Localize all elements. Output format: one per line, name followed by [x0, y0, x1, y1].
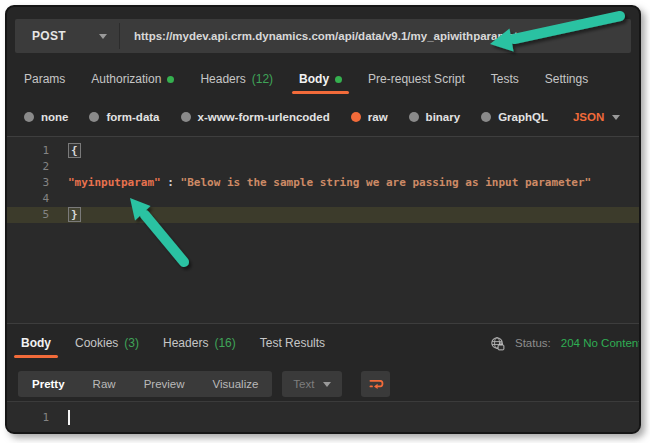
radio-selected-icon [351, 112, 361, 122]
response-tab-test-results[interactable]: Test Results [260, 336, 325, 350]
tab-body[interactable]: Body [299, 72, 342, 86]
radio-icon [181, 112, 191, 122]
body-type-form-data[interactable]: form-data [89, 111, 159, 123]
green-dot-icon [167, 76, 174, 83]
wrap-text-icon [368, 376, 384, 392]
editor-line-2: 2 [7, 159, 639, 175]
json-key: "myinputparam" [68, 176, 161, 189]
request-bar: POST https://mydev.api.crm.dynamics.com/… [15, 19, 631, 53]
postman-window: POST https://mydev.api.crm.dynamics.com/… [5, 5, 641, 434]
view-tab-group: Pretty Raw Preview Visualize [18, 371, 272, 397]
url-text: https://mydev.api.crm.dynamics.com/api/d… [134, 30, 529, 42]
method-dropdown[interactable]: POST [15, 19, 119, 53]
view-tab-pretty[interactable]: Pretty [18, 371, 79, 397]
raw-format-dropdown[interactable]: JSON [573, 111, 620, 123]
radio-icon [89, 112, 99, 122]
editor-line-4: 4 [7, 191, 639, 207]
active-tab-underline [14, 355, 58, 358]
tab-tests[interactable]: Tests [491, 72, 519, 86]
open-brace: { [68, 143, 81, 158]
body-type-x-www-form-urlencoded[interactable]: x-www-form-urlencoded [181, 111, 330, 123]
tab-headers[interactable]: Headers (12) [200, 72, 273, 86]
body-type-raw[interactable]: raw [351, 111, 388, 123]
tab-settings[interactable]: Settings [545, 72, 588, 86]
response-tab-body[interactable]: Body [21, 336, 51, 350]
headers-count: (12) [252, 72, 273, 86]
close-brace: } [68, 207, 81, 222]
globe-lock-icon [490, 336, 505, 351]
chevron-down-icon [99, 34, 107, 39]
tab-pre-request-script[interactable]: Pre-request Script [368, 72, 465, 86]
body-type-graphql[interactable]: GraphQL [481, 111, 548, 123]
response-tab-cookies[interactable]: Cookies (3) [75, 336, 139, 350]
radio-icon [24, 112, 34, 122]
response-line-1: 1 [7, 409, 639, 426]
json-value: "Below is the sample string we are passi… [181, 176, 592, 189]
body-type-none[interactable]: none [24, 111, 68, 123]
tab-authorization[interactable]: Authorization [91, 72, 174, 86]
response-status: Status: 204 No Content [490, 325, 641, 361]
editor-line-3: 3 "myinputparam" : "Below is the sample … [7, 175, 639, 191]
divider [7, 323, 639, 324]
text-cursor [68, 410, 70, 425]
view-tab-preview[interactable]: Preview [130, 371, 199, 397]
screenshot-stage: POST https://mydev.api.crm.dynamics.com/… [0, 0, 650, 443]
radio-icon [481, 112, 491, 122]
response-body-editor[interactable]: 1 [7, 401, 639, 432]
view-tab-raw[interactable]: Raw [79, 371, 130, 397]
green-dot-icon [335, 76, 342, 83]
radio-icon [409, 112, 419, 122]
editor-line-1: 1 { [7, 143, 639, 159]
response-format-dropdown[interactable]: Text [282, 371, 342, 397]
request-tabs: Params Authorization Headers (12) Body P… [15, 60, 631, 98]
editor-line-5: 5 } [7, 207, 639, 223]
status-value: 204 No Content [561, 337, 641, 349]
request-body-editor[interactable]: 1 { 2 3 "myinputparam" : "Below is the s… [7, 136, 639, 323]
body-type-binary[interactable]: binary [409, 111, 461, 123]
method-label: POST [32, 29, 99, 43]
chevron-down-icon [323, 382, 331, 387]
wrap-text-button[interactable] [361, 371, 390, 397]
response-view-row: Pretty Raw Preview Visualize Text [18, 367, 631, 401]
url-input[interactable]: https://mydev.api.crm.dynamics.com/api/d… [120, 19, 631, 53]
status-label: Status: [515, 337, 551, 349]
tab-params[interactable]: Params [24, 72, 65, 86]
active-tab-underline [292, 91, 349, 94]
body-type-row: none form-data x-www-form-urlencoded raw… [15, 102, 631, 132]
view-tab-visualize[interactable]: Visualize [199, 371, 273, 397]
response-tab-headers[interactable]: Headers (16) [163, 336, 236, 350]
chevron-down-icon [612, 115, 620, 120]
